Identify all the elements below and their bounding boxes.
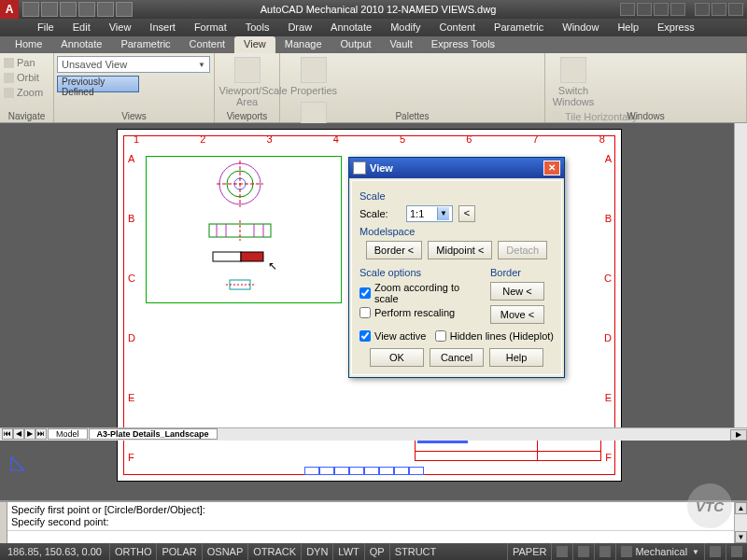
status-icon-2[interactable] (572, 543, 594, 560)
menu-express[interactable]: Express (648, 19, 704, 36)
switch-windows-button[interactable]: Switch Windows (551, 57, 596, 107)
workspace-switcher[interactable]: Mechanical▼ (615, 543, 704, 560)
scroll-right-button[interactable]: ▶ (730, 429, 747, 441)
cursor-arrow-icon: ↖ (268, 259, 277, 273)
command-line[interactable]: Specify first point or [Circle/Border/Ob… (0, 500, 747, 543)
menu-file[interactable]: File (28, 19, 63, 36)
tab-parametric[interactable]: Parametric (111, 36, 179, 53)
comm-center-icon[interactable] (637, 3, 652, 16)
help-button[interactable]: Help (489, 348, 543, 367)
tab-output[interactable]: Output (331, 36, 381, 53)
tab-home[interactable]: Home (6, 36, 51, 53)
qat-undo-icon[interactable] (78, 2, 95, 17)
menu-help[interactable]: Help (608, 19, 648, 36)
tab-nav-first[interactable]: ⏮ (2, 428, 13, 440)
menu-tools[interactable]: Tools (236, 19, 279, 36)
menu-window[interactable]: Window (553, 19, 608, 36)
toggle-polar[interactable]: POLAR (156, 543, 201, 560)
tab-annotate[interactable]: Annotate (51, 36, 111, 53)
toggle-lwt[interactable]: LWT (332, 543, 363, 560)
menu-format[interactable]: Format (185, 19, 236, 36)
tab-vault[interactable]: Vault (381, 36, 422, 53)
maximize-button[interactable] (712, 3, 726, 16)
qat-open-icon[interactable] (41, 2, 58, 17)
paper-model-toggle[interactable]: PAPER (507, 543, 551, 560)
menu-modify[interactable]: Modify (381, 19, 430, 36)
menu-insert[interactable]: Insert (140, 19, 185, 36)
border-button[interactable]: Border < (366, 241, 423, 259)
qat-new-icon[interactable] (22, 2, 39, 17)
tab-nav-next[interactable]: ▶ (24, 428, 35, 440)
view-active-checkbox[interactable]: View active (359, 330, 426, 342)
qat-print-icon[interactable] (116, 2, 133, 17)
tab-nav-last[interactable]: ⏭ (35, 428, 47, 440)
properties-button[interactable]: Properties (286, 57, 342, 96)
vertical-scrollbar[interactable] (734, 123, 747, 427)
qat-save-icon[interactable] (60, 2, 77, 17)
toggle-qp[interactable]: QP (364, 543, 389, 560)
zoom-checkbox-input[interactable] (359, 287, 371, 299)
scroll-up-icon[interactable]: ▲ (735, 502, 747, 514)
menu-edit[interactable]: Edit (63, 19, 100, 36)
menu-content[interactable]: Content (430, 19, 486, 36)
ok-button[interactable]: OK (370, 348, 424, 367)
close-button[interactable] (728, 3, 743, 16)
status-icon-3[interactable] (594, 543, 615, 560)
status-tray-icon[interactable] (704, 543, 726, 560)
clean-screen-button[interactable] (726, 543, 747, 560)
tab-manage[interactable]: Manage (275, 36, 331, 53)
view-active-checkbox-input[interactable] (359, 330, 371, 342)
zoom-button[interactable]: Zoom (2, 85, 51, 100)
minimize-button[interactable] (695, 3, 710, 16)
menu-view[interactable]: View (100, 19, 141, 36)
toggle-struct[interactable]: STRUCT (389, 543, 442, 560)
favorites-icon[interactable] (654, 3, 669, 16)
menu-annotate[interactable]: Annotate (321, 19, 381, 36)
ruler-left: ABCDEF (128, 153, 137, 463)
named-views-combo[interactable]: Unsaved View▼ (57, 56, 210, 73)
move-button[interactable]: Move < (490, 305, 544, 324)
scale-reset-button[interactable]: < (458, 205, 475, 222)
layout-tab-a3[interactable]: A3-Plate Details_Landscape (89, 428, 218, 440)
menu-parametric[interactable]: Parametric (485, 19, 553, 36)
cancel-button[interactable]: Cancel (430, 348, 484, 367)
coordinates-display[interactable]: 186.85, 150.63, 0.00 (0, 546, 109, 557)
group-label-views: Views (54, 111, 214, 121)
tab-nav-prev[interactable]: ◀ (13, 428, 24, 440)
new-button[interactable]: New < (490, 282, 544, 301)
pan-button[interactable]: Pan (2, 55, 51, 70)
viewport-scale-area-button[interactable]: Viewport/Scale Area (219, 57, 275, 107)
tab-express-tools[interactable]: Express Tools (422, 36, 504, 53)
group-label-palettes: Palettes (280, 111, 544, 121)
toggle-ortho[interactable]: ORTHO (109, 543, 157, 560)
toggle-osnap[interactable]: OSNAP (202, 543, 248, 560)
orbit-button[interactable]: Orbit (2, 70, 51, 85)
viewport-frame[interactable]: ↖ (146, 156, 342, 303)
tab-content[interactable]: Content (180, 36, 235, 53)
app-menu-button[interactable]: A (0, 0, 19, 19)
command-line-grip[interactable] (0, 502, 7, 543)
status-icon-1[interactable] (551, 543, 572, 560)
search-icon[interactable] (620, 3, 635, 16)
border-group-label: Border (490, 267, 554, 278)
scale-combo[interactable]: 1:1▼ (406, 205, 453, 222)
qat-redo-icon[interactable] (97, 2, 114, 17)
hidden-lines-checkbox-input[interactable] (435, 330, 446, 342)
menu-draw[interactable]: Draw (278, 19, 321, 36)
hidden-lines-checkbox[interactable]: Hidden lines (Hideplot) (435, 330, 554, 342)
toggle-dyn[interactable]: DYN (301, 543, 332, 560)
toggle-otrack[interactable]: OTRACK (247, 543, 301, 560)
command-scrollbar[interactable]: ▲ ▼ (734, 502, 747, 543)
help-icon[interactable] (670, 3, 685, 16)
scroll-down-icon[interactable]: ▼ (735, 531, 747, 543)
tab-view[interactable]: View (234, 36, 275, 53)
section-view-sketch (212, 250, 266, 265)
rescale-checkbox-input[interactable] (359, 307, 371, 318)
dialog-close-button[interactable]: ✕ (543, 161, 560, 175)
dialog-titlebar[interactable]: View ✕ (349, 158, 564, 178)
rescale-checkbox[interactable]: Perform rescaling (359, 307, 475, 318)
midpoint-button[interactable]: Midpoint < (428, 241, 492, 259)
layout-tab-model[interactable]: Model (48, 428, 88, 440)
zoom-checkbox[interactable]: Zoom according to scale (359, 282, 475, 304)
previously-defined-button[interactable]: Previously Defined (57, 76, 139, 92)
